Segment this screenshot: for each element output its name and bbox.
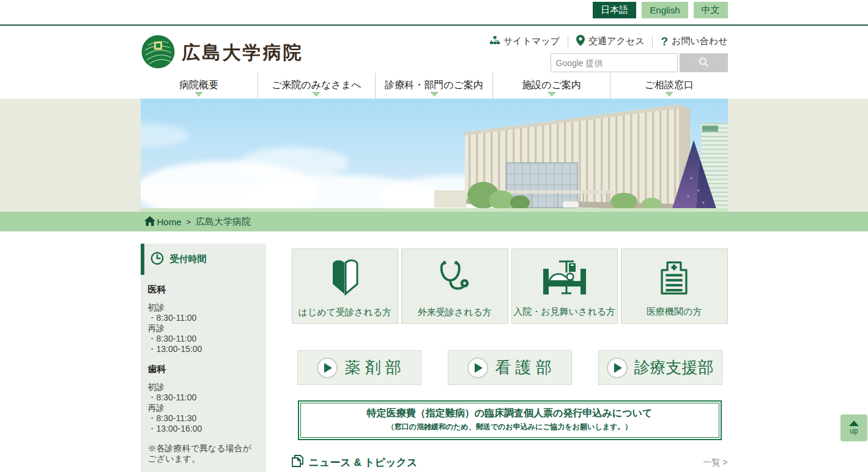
hours-note: ※各診療科で異なる場合がございます。 (148, 443, 259, 464)
news-list-link[interactable]: 一覧 > (703, 457, 727, 468)
language-button-chinese[interactable]: 中文 (694, 2, 728, 18)
hospital-bed-icon (542, 259, 587, 298)
breadcrumb-bar: Home > 広島大学病院 (0, 212, 868, 231)
card-label: 医療機関の方 (647, 306, 702, 318)
card-label: はじめて受診される方 (299, 307, 391, 318)
hospital-logo-icon (141, 34, 176, 72)
contact-link[interactable]: ? お問い合わせ (661, 36, 727, 47)
dental-heading: 歯科 (148, 364, 259, 375)
sitemap-link[interactable]: サイトマップ (490, 36, 560, 47)
arrow-up-icon (849, 421, 859, 426)
hours-line: ・8:30-11:00 (148, 334, 259, 344)
site-title: 広島大学病院 (182, 40, 303, 66)
card-medical-institutions[interactable]: 医療機関の方 (621, 249, 728, 324)
clinical-support-button[interactable]: 診療支援部 (598, 350, 722, 385)
hours-line: 初診 (148, 382, 259, 392)
dept-label: 看 護 部 (495, 357, 551, 378)
news-title: ニュース & トピックス (309, 455, 418, 470)
main-nav: 病院概要 ご来院のみなさまへ 診療科・部門のご案内 施設のご案内 ご相談窓口 (141, 73, 728, 99)
chevron-down-icon (665, 92, 673, 97)
chevron-down-icon (430, 92, 439, 97)
card-outpatient[interactable]: 外来受診される方 (401, 249, 508, 324)
hours-line: ・8:30-11:00 (148, 392, 259, 403)
language-button-japanese[interactable]: 日本語 (593, 2, 636, 18)
breadcrumb-current: 広島大学病院 (196, 216, 251, 228)
dept-label: 薬 剤 部 (344, 357, 401, 378)
hero-image (141, 99, 728, 212)
chevron-down-icon (195, 92, 203, 97)
search-button[interactable] (680, 53, 728, 72)
news-section-header: ニュース & トピックス 一覧 > (292, 455, 728, 470)
header-utilities: サイトマップ 交通アクセス ? お問い合わせ (490, 32, 728, 73)
nav-label: ご相談窓口 (645, 80, 694, 90)
nav-item-hospital-overview[interactable]: 病院概要 (141, 73, 258, 99)
breadcrumb: Home > 広島大学病院 (141, 212, 728, 231)
stethoscope-icon (436, 258, 473, 299)
hours-line: ・13:00-15:00 (148, 344, 259, 354)
sitemap-icon (490, 36, 500, 47)
hours-line: ・13:00-16:00 (148, 424, 259, 434)
chevron-down-icon (312, 92, 321, 97)
nav-item-visitors[interactable]: ご来院のみなさまへ (258, 73, 375, 99)
breadcrumb-home-link[interactable]: Home (144, 216, 182, 228)
access-link[interactable]: 交通アクセス (576, 35, 644, 48)
site-header: 広島大学病院 サイトマップ (141, 26, 728, 73)
breadcrumb-separator: > (187, 217, 191, 227)
breadcrumb-home-label: Home (157, 217, 182, 227)
hours-line: ・8:30-11:30 (148, 413, 259, 424)
nav-label: 病院概要 (179, 80, 218, 90)
notice-subtitle: （窓口の混雑緩和のため、郵送でのお申込みにご協力をお願いします。） (303, 422, 716, 432)
nursing-button[interactable]: 看 護 部 (448, 350, 572, 385)
main-column: はじめて受診される方 外来受診される方 (292, 244, 728, 472)
home-icon (144, 216, 155, 228)
location-pin-icon (576, 35, 585, 48)
play-arrow-icon (467, 358, 488, 378)
hero-band (0, 99, 868, 212)
play-arrow-icon (607, 358, 628, 378)
hours-line: 再診 (148, 323, 259, 334)
nav-label: 診療科・部門のご案内 (385, 80, 483, 90)
access-label: 交通アクセス (588, 36, 644, 47)
question-icon: ? (661, 36, 668, 47)
contact-label: お問い合わせ (672, 36, 727, 47)
hours-line: ・8:30-11:00 (148, 313, 259, 323)
beginner-mark-icon (330, 258, 360, 299)
hours-line: 初診 (148, 302, 259, 313)
news-icon (292, 455, 303, 470)
medical-heading: 医科 (148, 284, 259, 296)
card-label: 外来受診される方 (418, 307, 492, 318)
page-top-button[interactable]: up (840, 414, 867, 441)
card-label: 入院・お見舞いされる方 (513, 306, 615, 318)
utility-separator (652, 36, 653, 47)
nav-item-departments[interactable]: 診療科・部門のご案内 (375, 73, 492, 99)
department-buttons: 薬 剤 部 看 護 部 診療支援部 (292, 350, 728, 385)
reception-hours-sidebar: 受付時間 医科 初診 ・8:30-11:00 再診 ・8:30-11:00 ・1… (141, 244, 266, 472)
card-inpatient[interactable]: 入院・お見舞いされる方 (511, 249, 618, 324)
hours-line: 再診 (148, 403, 259, 413)
search-input[interactable] (551, 53, 678, 72)
notice-title: 特定医療費（指定難病）の臨床調査個人票の発行申込みについて (303, 407, 716, 420)
play-arrow-icon (317, 358, 338, 378)
hospital-homepage: 日本語 English 中文 広島大学病院 (0, 0, 868, 472)
language-button-english[interactable]: English (642, 2, 688, 18)
pharmacy-button[interactable]: 薬 剤 部 (297, 350, 421, 385)
sidebar-title: 受付時間 (141, 244, 266, 275)
clock-icon (150, 252, 164, 267)
main-content: 受付時間 医科 初診 ・8:30-11:00 再診 ・8:30-11:00 ・1… (141, 231, 728, 472)
nav-label: ご来院のみなさまへ (272, 80, 362, 90)
language-bar: 日本語 English 中文 (0, 0, 868, 24)
chevron-down-icon (547, 92, 556, 97)
utility-separator (568, 36, 568, 47)
nav-item-consultation[interactable]: ご相談窓口 (610, 73, 727, 99)
card-first-visit[interactable]: はじめて受診される方 (292, 249, 399, 324)
site-logo-link[interactable]: 広島大学病院 (141, 32, 303, 73)
nav-item-facilities[interactable]: 施設のご案内 (492, 73, 610, 99)
sitemap-label: サイトマップ (503, 36, 560, 47)
dept-label: 診療支援部 (634, 357, 714, 378)
sidebar-title-label: 受付時間 (170, 253, 207, 265)
site-search (551, 53, 728, 72)
visitor-cards: はじめて受診される方 外来受診される方 (292, 249, 728, 324)
notice-banner[interactable]: 特定医療費（指定難病）の臨床調査個人票の発行申込みについて （窓口の混雑緩和のた… (298, 400, 722, 440)
search-icon (699, 57, 709, 69)
page-top-label: up (850, 427, 858, 435)
